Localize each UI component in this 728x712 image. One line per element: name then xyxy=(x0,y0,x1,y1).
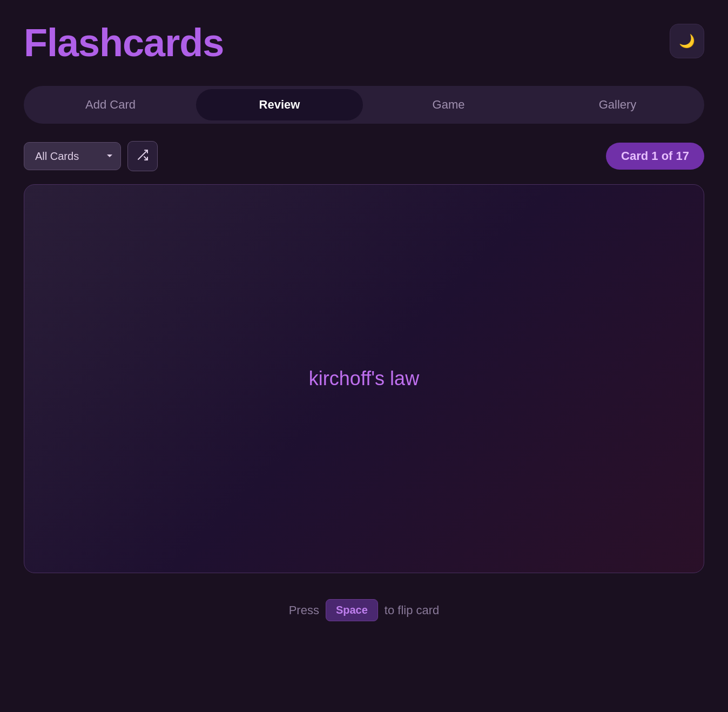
app-title: Flashcards xyxy=(24,22,224,64)
footer-hint: Press Space to flip card xyxy=(24,599,704,621)
controls-left: All Cards Starred Unreviewed xyxy=(24,141,158,171)
controls-row: All Cards Starred Unreviewed Card 1 of 1… xyxy=(24,141,704,171)
tabs-bar: Add Card Review Game Gallery xyxy=(24,86,704,124)
card-counter: Card 1 of 17 xyxy=(606,143,704,170)
app-header: Flashcards 🌙 xyxy=(24,22,704,64)
space-badge[interactable]: Space xyxy=(326,599,378,621)
tab-gallery[interactable]: Gallery xyxy=(534,89,701,120)
shuffle-icon xyxy=(136,149,149,164)
filter-select[interactable]: All Cards Starred Unreviewed xyxy=(24,142,121,170)
tab-game[interactable]: Game xyxy=(365,89,532,120)
flip-label: to flip card xyxy=(385,603,440,617)
flashcard-front-text: kirchoff's law xyxy=(287,346,441,412)
tab-review[interactable]: Review xyxy=(196,89,363,120)
shuffle-button[interactable] xyxy=(127,141,158,171)
flashcard[interactable]: kirchoff's law xyxy=(24,184,704,573)
tab-add-card[interactable]: Add Card xyxy=(27,89,194,120)
moon-icon: 🌙 xyxy=(679,33,695,49)
dark-mode-button[interactable]: 🌙 xyxy=(670,24,704,58)
press-label: Press xyxy=(289,603,319,617)
